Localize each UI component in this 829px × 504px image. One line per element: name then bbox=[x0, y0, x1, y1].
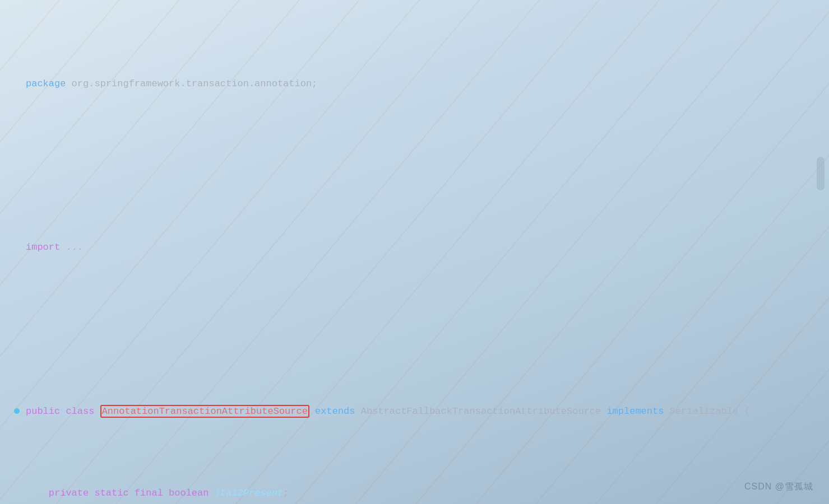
code-line-blank2 bbox=[10, 321, 812, 337]
code-line-package: package org.springframework.transaction.… bbox=[10, 76, 812, 92]
line-content-import: import ... bbox=[26, 239, 812, 255]
highlight-classname: AnnotationTransactionAttributeSource bbox=[100, 405, 309, 418]
line-content-package: package org.springframework.transaction.… bbox=[26, 76, 812, 92]
watermark: CSDN @雪孤城 bbox=[744, 479, 813, 494]
line-content-field1: private static final boolean jta12Presen… bbox=[26, 485, 812, 501]
gutter-dot-blue bbox=[14, 408, 20, 414]
code-line-blank1 bbox=[10, 157, 812, 174]
code-line-field1: private static final boolean jta12Presen… bbox=[10, 485, 812, 501]
code-block: package org.springframework.transaction.… bbox=[10, 10, 812, 504]
code-line-class-decl: public class AnnotationTransactionAttrib… bbox=[10, 403, 812, 419]
scrollbar[interactable] bbox=[817, 157, 825, 190]
gutter-class-decl bbox=[10, 408, 24, 414]
code-line-import: import ... bbox=[10, 239, 812, 255]
code-container: package org.springframework.transaction.… bbox=[0, 0, 829, 504]
line-content-class-decl: public class AnnotationTransactionAttrib… bbox=[26, 403, 812, 419]
